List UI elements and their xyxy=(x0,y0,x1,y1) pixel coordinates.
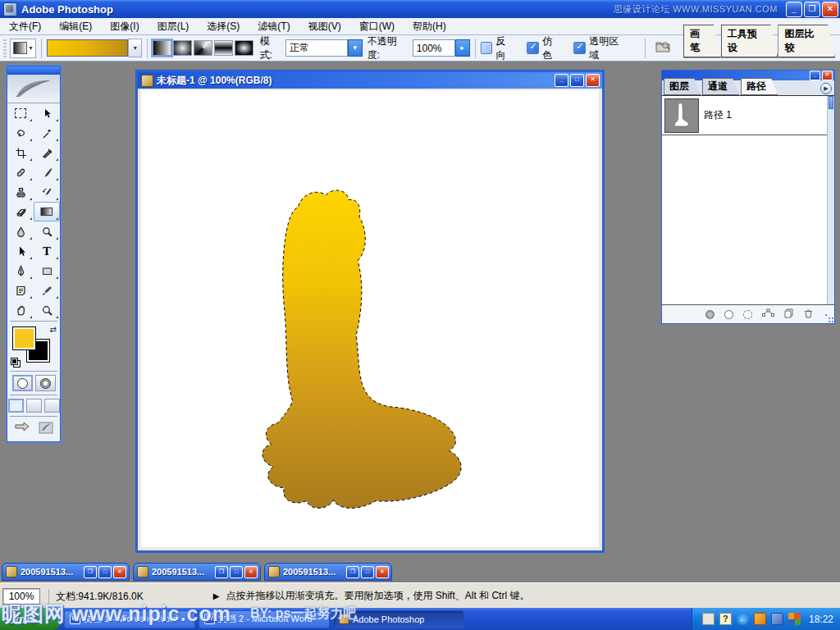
rectangular-marquee-tool[interactable] xyxy=(7,103,34,123)
lasso-tool[interactable] xyxy=(7,123,34,143)
blend-mode-arrow[interactable]: ▾ xyxy=(348,39,363,57)
swap-colors-icon[interactable]: ⇄ xyxy=(50,325,57,334)
fill-path-button[interactable] xyxy=(705,310,714,319)
opacity-slider-arrow[interactable]: ▸ xyxy=(455,39,470,57)
reverse-checkbox[interactable] xyxy=(481,42,493,54)
min-maximize-button[interactable]: □ xyxy=(230,566,243,578)
menu-view[interactable]: 视图(V) xyxy=(299,19,350,34)
min-close-button[interactable]: ✕ xyxy=(113,566,126,578)
close-button[interactable]: ✕ xyxy=(822,2,838,17)
menu-select[interactable]: 选择(S) xyxy=(198,19,249,34)
jump-to-imageready-button[interactable] xyxy=(14,420,35,437)
arrow-tray-icon[interactable]: ← xyxy=(737,613,749,625)
shape-tool[interactable] xyxy=(34,261,60,281)
tray-clock[interactable]: 18:22 xyxy=(809,614,833,625)
min-close-button[interactable]: ✕ xyxy=(244,566,258,578)
menu-window[interactable]: 窗口(W) xyxy=(350,19,404,34)
tab-paths[interactable]: 路径 xyxy=(741,78,778,95)
document-canvas[interactable] xyxy=(141,90,599,547)
fullscreen-menubar-button[interactable] xyxy=(26,399,42,413)
blend-mode-select[interactable]: 正常 xyxy=(285,39,348,57)
delete-path-button[interactable] xyxy=(804,308,813,321)
palette-menu-button[interactable]: ▶ xyxy=(820,83,832,94)
tool-preset-picker[interactable]: ▾ xyxy=(10,39,36,58)
taskbar-word1-button[interactable]: 文档 1 - Microsoft Word xyxy=(64,610,195,628)
menu-layer[interactable]: 图层(L) xyxy=(148,19,199,34)
slice-tool[interactable] xyxy=(34,143,60,162)
security-tray-icon[interactable] xyxy=(788,613,801,625)
path-selection-tool[interactable] xyxy=(7,241,34,261)
transparency-checkbox[interactable] xyxy=(573,42,586,54)
quick-mask-mode-button[interactable] xyxy=(35,375,56,391)
gradient-picker-arrow[interactable]: ▾ xyxy=(128,39,142,57)
document-title-bar[interactable]: 未标题-1 @ 100%(RGB/8) _ □ ✕ xyxy=(138,72,602,89)
dodge-tool[interactable] xyxy=(34,221,60,241)
menu-help[interactable]: 帮助(H) xyxy=(404,19,455,34)
clone-stamp-tool[interactable] xyxy=(7,182,34,202)
minimized-window-3[interactable]: 200591513... ❐ □ ✕ xyxy=(264,563,392,581)
minimize-button[interactable]: _ xyxy=(786,2,802,17)
stroke-path-button[interactable] xyxy=(724,310,733,319)
notes-tool[interactable] xyxy=(7,281,34,300)
menu-filter[interactable]: 滤镜(T) xyxy=(249,19,299,34)
path-thumbnail[interactable] xyxy=(664,98,699,133)
start-button[interactable]: start xyxy=(0,608,61,630)
gradient-tool[interactable] xyxy=(34,202,60,221)
network-tray-icon[interactable] xyxy=(771,613,783,625)
eyedropper-tool[interactable] xyxy=(34,281,60,300)
palette-resize-grip[interactable] xyxy=(824,313,833,322)
minimized-window-1[interactable]: 200591513... ❐ □ ✕ xyxy=(2,563,130,581)
fullscreen-button[interactable] xyxy=(44,399,60,413)
menu-file[interactable]: 文件(F) xyxy=(0,19,50,34)
make-work-path-button[interactable] xyxy=(762,308,774,320)
restore-button[interactable]: ❐ xyxy=(804,2,820,17)
dither-checkbox[interactable] xyxy=(527,42,539,54)
document-size-indicator[interactable]: 文档:941.9K/816.0K xyxy=(48,589,144,604)
taskbar-photoshop-button[interactable]: Adobe Photoshop xyxy=(333,610,464,628)
standard-screen-button[interactable] xyxy=(8,399,24,413)
qq-tray-icon[interactable] xyxy=(754,613,766,625)
imageready-feather-icon[interactable] xyxy=(38,420,54,437)
tab-channels[interactable]: 通道 xyxy=(702,78,739,95)
gradient-preview-swatch[interactable] xyxy=(47,39,129,57)
menu-image[interactable]: 图像(I) xyxy=(101,19,148,34)
history-brush-tool[interactable] xyxy=(34,182,60,202)
standard-mode-button[interactable] xyxy=(12,375,33,391)
radial-gradient-button[interactable] xyxy=(173,40,192,56)
help-tray-icon[interactable]: ? xyxy=(719,613,732,625)
default-colors-icon[interactable] xyxy=(11,358,21,368)
palette-scrollbar[interactable] xyxy=(827,96,834,305)
load-path-as-selection-button[interactable] xyxy=(743,310,752,319)
tab-layer-comps[interactable]: 图层比较 xyxy=(778,25,835,58)
path-name[interactable]: 路径 1 xyxy=(704,108,732,122)
doc-maximize-button[interactable]: □ xyxy=(570,74,584,87)
eraser-tool[interactable] xyxy=(7,202,34,221)
linear-gradient-button[interactable] xyxy=(153,40,171,56)
angle-gradient-button[interactable] xyxy=(194,40,212,56)
palette-minimize-button[interactable]: _ xyxy=(810,71,820,80)
pen-tool[interactable] xyxy=(7,261,34,281)
zoom-level-input[interactable]: 100% xyxy=(2,588,40,605)
hand-tool[interactable] xyxy=(7,300,34,320)
path-row[interactable]: 路径 1 xyxy=(662,96,834,135)
tab-layers[interactable]: 图层 xyxy=(664,78,701,95)
taskbar-word2-button[interactable]: 文档 2 - Microsoft Word xyxy=(199,610,330,628)
magic-wand-tool[interactable] xyxy=(34,123,60,143)
status-arrow-icon[interactable]: ▶ xyxy=(213,591,220,600)
minimized-window-2[interactable]: 200591513... ❐ □ ✕ xyxy=(133,563,261,581)
palette-close-button[interactable]: ✕ xyxy=(822,71,833,80)
crop-tool[interactable] xyxy=(7,143,34,162)
opacity-input[interactable]: 100% xyxy=(413,39,455,57)
reflected-gradient-button[interactable] xyxy=(214,40,233,56)
toolbox-title-bar[interactable] xyxy=(7,66,60,75)
doc-minimize-button[interactable]: _ xyxy=(555,74,568,87)
keyboard-tray-icon[interactable] xyxy=(702,613,714,625)
tab-tool-presets[interactable]: 工具预设 xyxy=(721,25,778,58)
min-restore-button[interactable]: ❐ xyxy=(346,566,359,578)
type-tool[interactable]: T xyxy=(34,241,60,261)
diamond-gradient-button[interactable] xyxy=(235,40,253,56)
new-path-button[interactable] xyxy=(784,308,794,321)
doc-close-button[interactable]: ✕ xyxy=(586,74,600,87)
menu-edit[interactable]: 编辑(E) xyxy=(50,19,101,34)
file-browser-icon[interactable] xyxy=(655,40,672,56)
